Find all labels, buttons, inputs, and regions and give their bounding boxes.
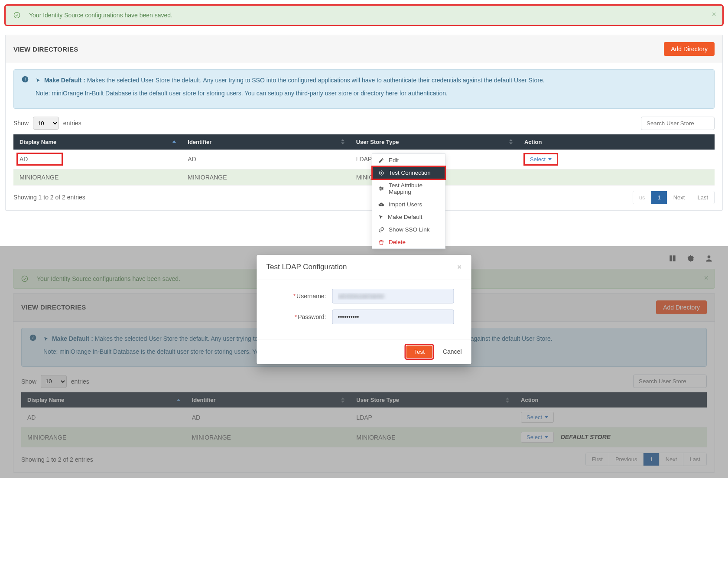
panel-title: VIEW DIRECTORIES bbox=[13, 46, 78, 53]
svg-point-6 bbox=[380, 189, 381, 190]
table-row: MINIORANGE MINIORANGE MINIORANGE bbox=[13, 169, 715, 185]
modal-close[interactable]: × bbox=[457, 263, 462, 272]
alert-success: Your Identity Source configurations have… bbox=[5, 5, 723, 25]
password-label: *Password: bbox=[274, 313, 326, 320]
dropdown-make-default[interactable]: Make Default bbox=[372, 211, 445, 223]
cell-identifier: MINIORANGE bbox=[182, 169, 350, 185]
cursor-icon bbox=[378, 215, 384, 220]
pager-next[interactable]: Next bbox=[667, 191, 691, 204]
search-input[interactable] bbox=[641, 117, 715, 130]
dropdown-test-attribute-mapping[interactable]: Test Attribute Mapping bbox=[372, 179, 445, 198]
password-input[interactable] bbox=[332, 310, 454, 324]
svg-point-4 bbox=[380, 187, 381, 188]
username-input[interactable] bbox=[332, 289, 454, 303]
test-ldap-modal: Test LDAP Configuration × *Username: *Pa… bbox=[257, 255, 471, 364]
cell-identifier: AD bbox=[182, 150, 350, 170]
action-dropdown: Edit Test Connection Test Attribute Mapp… bbox=[372, 153, 445, 249]
svg-point-0 bbox=[14, 12, 20, 18]
directories-table: Display Name Identifier Us bbox=[13, 134, 715, 186]
cloud-upload-icon bbox=[378, 202, 384, 208]
sort-asc-icon bbox=[172, 140, 176, 144]
info-icon: i bbox=[22, 76, 29, 102]
cell-display-name: MINIORANGE bbox=[13, 169, 182, 185]
make-default-text: Makes the selected User Store the defaul… bbox=[87, 77, 545, 84]
page-size-select[interactable]: 10 bbox=[33, 117, 59, 130]
info-note: Note: miniOrange In-Built Database is th… bbox=[36, 89, 545, 98]
gear-icon bbox=[378, 170, 384, 176]
make-default-label: Make Default : bbox=[44, 77, 85, 84]
modal-title: Test LDAP Configuration bbox=[266, 263, 347, 271]
edit-icon bbox=[378, 157, 384, 163]
cursor-icon bbox=[36, 78, 41, 83]
info-box: i Make Default : Makes the selected User… bbox=[13, 69, 715, 109]
test-button[interactable]: Test bbox=[406, 346, 432, 358]
add-directory-button[interactable]: Add Directory bbox=[664, 42, 715, 56]
caret-down-icon bbox=[548, 158, 552, 160]
alert-text: Your Identity Source configurations have… bbox=[29, 12, 172, 19]
username-label: *Username: bbox=[274, 293, 326, 300]
col-user-store-type[interactable]: User Store Type bbox=[350, 134, 518, 150]
pager-previous-truncated[interactable]: us bbox=[633, 191, 651, 204]
table-row: AD AD LDAP Select bbox=[13, 150, 715, 170]
check-circle-icon bbox=[13, 12, 20, 19]
link-icon bbox=[378, 227, 384, 233]
dropdown-show-sso-link[interactable]: Show SSO Link bbox=[372, 223, 445, 236]
dropdown-edit[interactable]: Edit bbox=[372, 154, 445, 166]
action-select[interactable]: Select bbox=[524, 154, 557, 165]
sort-icon bbox=[509, 139, 513, 145]
svg-point-5 bbox=[382, 188, 383, 189]
dropdown-import-users[interactable]: Import Users bbox=[372, 198, 445, 211]
col-display-name[interactable]: Display Name bbox=[13, 134, 182, 150]
sliders-icon bbox=[378, 186, 384, 192]
cell-display-name: AD bbox=[17, 153, 62, 165]
show-entries: Show 10 entries bbox=[13, 117, 81, 130]
col-identifier[interactable]: Identifier bbox=[182, 134, 350, 150]
svg-point-3 bbox=[380, 172, 382, 174]
pager-last[interactable]: Last bbox=[691, 191, 714, 204]
table-footer-text: Showing 1 to 2 of 2 entries bbox=[13, 194, 85, 201]
col-action: Action bbox=[518, 134, 715, 150]
dropdown-delete[interactable]: Delete bbox=[372, 236, 445, 248]
svg-text:i: i bbox=[25, 77, 26, 82]
pager-page-1[interactable]: 1 bbox=[651, 191, 666, 204]
sort-icon bbox=[341, 139, 345, 145]
trash-icon bbox=[378, 239, 384, 245]
pager: us 1 Next Last bbox=[633, 191, 715, 204]
alert-close[interactable]: × bbox=[712, 10, 716, 19]
cancel-button[interactable]: Cancel bbox=[443, 348, 462, 355]
directories-panel: VIEW DIRECTORIES Add Directory i Make De… bbox=[5, 35, 723, 211]
dropdown-test-connection[interactable]: Test Connection bbox=[372, 166, 445, 179]
